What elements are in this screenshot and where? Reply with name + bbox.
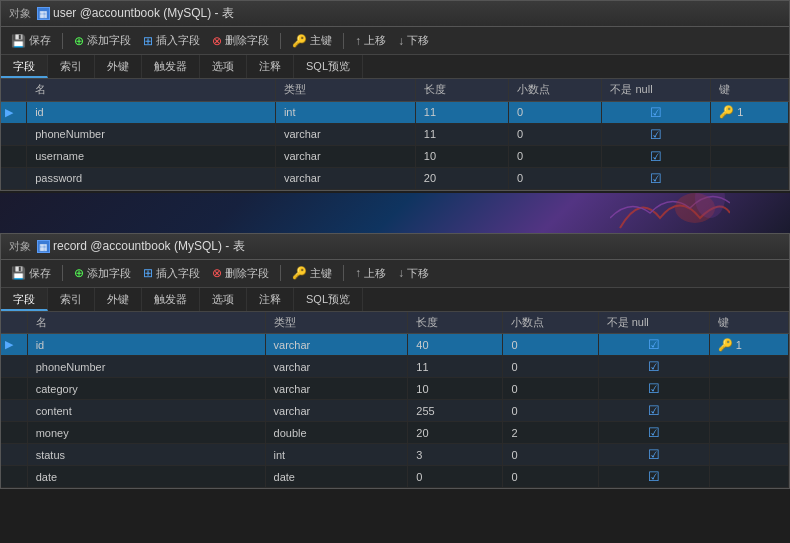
table-row[interactable]: ▶ id varchar 40 0 ☑ 🔑 1 — [1, 334, 789, 356]
record-insert-field-btn[interactable]: ⊞ 插入字段 — [139, 264, 204, 283]
tab-foreign-key-1[interactable]: 外键 — [95, 55, 142, 78]
record-delete-field-btn[interactable]: ⊗ 删除字段 — [208, 264, 273, 283]
field-name[interactable]: money — [27, 422, 265, 444]
record-move-up-btn[interactable]: ↑ 上移 — [351, 264, 390, 283]
field-notnull[interactable]: ☑ — [598, 378, 709, 400]
field-notnull[interactable]: ☑ — [598, 334, 709, 356]
field-name[interactable]: id — [27, 101, 276, 123]
field-name[interactable]: username — [27, 145, 276, 167]
field-length[interactable]: 11 — [415, 123, 508, 145]
field-key — [709, 466, 788, 488]
tab-fields-1[interactable]: 字段 — [1, 55, 48, 78]
field-length[interactable]: 3 — [408, 444, 503, 466]
user-insert-field-btn[interactable]: ⊞ 插入字段 — [139, 31, 204, 50]
tab-comment-2[interactable]: 注释 — [247, 288, 294, 311]
tab-options-1[interactable]: 选项 — [200, 55, 247, 78]
field-length[interactable]: 20 — [415, 167, 508, 189]
field-decimal[interactable]: 0 — [503, 356, 598, 378]
record-table-icon: ▦ — [37, 240, 50, 253]
field-length[interactable]: 0 — [408, 466, 503, 488]
field-type[interactable]: varchar — [265, 400, 408, 422]
user-add-field-btn[interactable]: ⊕ 添加字段 — [70, 31, 135, 50]
field-notnull[interactable]: ☑ — [602, 123, 711, 145]
field-notnull[interactable]: ☑ — [602, 145, 711, 167]
tab-sql-preview-2[interactable]: SQL预览 — [294, 288, 363, 311]
field-notnull[interactable]: ☑ — [602, 167, 711, 189]
field-decimal[interactable]: 0 — [503, 400, 598, 422]
col-name-header-2: 名 — [27, 312, 265, 334]
user-save-btn[interactable]: 💾 保存 — [7, 31, 55, 50]
field-length[interactable]: 11 — [415, 101, 508, 123]
field-notnull[interactable]: ☑ — [598, 400, 709, 422]
tab-comment-1[interactable]: 注释 — [247, 55, 294, 78]
user-primary-key-btn[interactable]: 🔑 主键 — [288, 31, 336, 50]
field-decimal[interactable]: 0 — [503, 334, 598, 356]
field-type[interactable]: varchar — [265, 356, 408, 378]
field-decimal[interactable]: 0 — [509, 123, 602, 145]
field-name[interactable]: date — [27, 466, 265, 488]
field-length[interactable]: 255 — [408, 400, 503, 422]
field-name[interactable]: phoneNumber — [27, 356, 265, 378]
tab-foreign-key-2[interactable]: 外键 — [95, 288, 142, 311]
record-save-btn[interactable]: 💾 保存 — [7, 264, 55, 283]
user-data-table: 名 类型 长度 小数点 不是 null 键 ▶ id int 11 0 ☑ 🔑 … — [1, 79, 789, 190]
tab-index-2[interactable]: 索引 — [48, 288, 95, 311]
field-notnull[interactable]: ☑ — [598, 444, 709, 466]
field-name[interactable]: id — [27, 334, 265, 356]
table-row[interactable]: phoneNumber varchar 11 0 ☑ — [1, 356, 789, 378]
field-decimal[interactable]: 0 — [503, 466, 598, 488]
table-row[interactable]: status int 3 0 ☑ — [1, 444, 789, 466]
row-indicator — [1, 123, 27, 145]
field-decimal[interactable]: 0 — [503, 378, 598, 400]
field-type[interactable]: int — [275, 101, 415, 123]
field-type[interactable]: int — [265, 444, 408, 466]
table-row[interactable]: content varchar 255 0 ☑ — [1, 400, 789, 422]
field-length[interactable]: 10 — [415, 145, 508, 167]
field-type[interactable]: date — [265, 466, 408, 488]
tab-fields-2[interactable]: 字段 — [1, 288, 48, 311]
field-name[interactable]: phoneNumber — [27, 123, 276, 145]
table-row[interactable]: phoneNumber varchar 11 0 ☑ — [1, 123, 789, 145]
field-length[interactable]: 11 — [408, 356, 503, 378]
tab-options-2[interactable]: 选项 — [200, 288, 247, 311]
field-type[interactable]: varchar — [275, 123, 415, 145]
tab-trigger-1[interactable]: 触发器 — [142, 55, 200, 78]
field-notnull[interactable]: ☑ — [598, 466, 709, 488]
field-decimal[interactable]: 0 — [503, 444, 598, 466]
user-move-down-btn[interactable]: ↓ 下移 — [394, 31, 433, 50]
field-name[interactable]: content — [27, 400, 265, 422]
record-move-down-btn[interactable]: ↓ 下移 — [394, 264, 433, 283]
tab-sql-preview-1[interactable]: SQL预览 — [294, 55, 363, 78]
field-type[interactable]: double — [265, 422, 408, 444]
field-notnull[interactable]: ☑ — [598, 422, 709, 444]
field-length[interactable]: 40 — [408, 334, 503, 356]
field-notnull[interactable]: ☑ — [598, 356, 709, 378]
field-length[interactable]: 20 — [408, 422, 503, 444]
field-decimal[interactable]: 2 — [503, 422, 598, 444]
table-row[interactable]: username varchar 10 0 ☑ — [1, 145, 789, 167]
field-decimal[interactable]: 0 — [509, 145, 602, 167]
user-move-up-btn[interactable]: ↑ 上移 — [351, 31, 390, 50]
field-decimal[interactable]: 0 — [509, 101, 602, 123]
table-row[interactable]: date date 0 0 ☑ — [1, 466, 789, 488]
field-name[interactable]: category — [27, 378, 265, 400]
field-name[interactable]: status — [27, 444, 265, 466]
field-name[interactable]: password — [27, 167, 276, 189]
field-notnull[interactable]: ☑ — [602, 101, 711, 123]
tab-index-1[interactable]: 索引 — [48, 55, 95, 78]
record-primary-key-btn[interactable]: 🔑 主键 — [288, 264, 336, 283]
field-length[interactable]: 10 — [408, 378, 503, 400]
table-row[interactable]: password varchar 20 0 ☑ — [1, 167, 789, 189]
table-row[interactable]: category varchar 10 0 ☑ — [1, 378, 789, 400]
field-type[interactable]: varchar — [275, 167, 415, 189]
record-add-field-btn[interactable]: ⊕ 添加字段 — [70, 264, 135, 283]
user-delete-field-btn[interactable]: ⊗ 删除字段 — [208, 31, 273, 50]
table-row[interactable]: money double 20 2 ☑ — [1, 422, 789, 444]
table-row[interactable]: ▶ id int 11 0 ☑ 🔑 1 — [1, 101, 789, 123]
tab-trigger-2[interactable]: 触发器 — [142, 288, 200, 311]
col-indicator-header-1 — [1, 79, 27, 101]
field-decimal[interactable]: 0 — [509, 167, 602, 189]
field-type[interactable]: varchar — [265, 378, 408, 400]
field-type[interactable]: varchar — [275, 145, 415, 167]
field-type[interactable]: varchar — [265, 334, 408, 356]
